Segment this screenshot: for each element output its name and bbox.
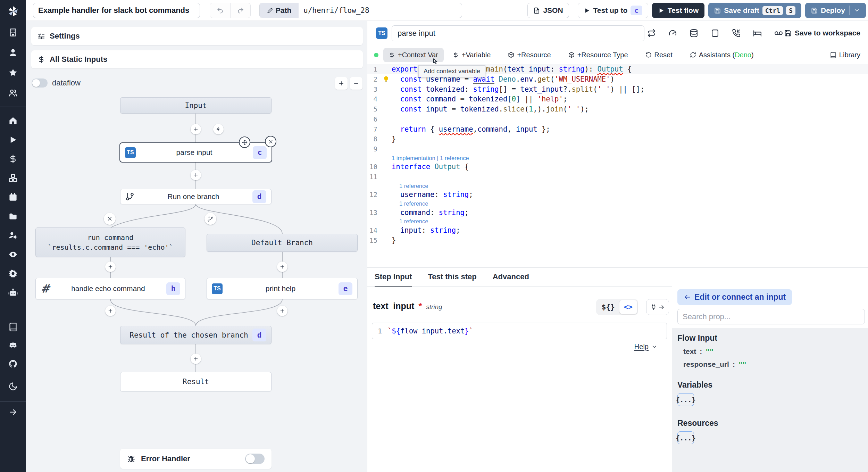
search-prop-input[interactable] — [677, 309, 865, 324]
remove-branch-button[interactable] — [104, 213, 116, 225]
add-resource-type-button[interactable]: +Resource Type — [564, 48, 632, 62]
save-to-workspace-button[interactable]: Save to workspace — [784, 29, 860, 37]
bed-icon[interactable] — [753, 29, 762, 38]
node-run-command-branch[interactable]: run command `results.c.command === 'echo… — [35, 227, 185, 257]
repeat-icon[interactable] — [647, 29, 656, 38]
play-icon[interactable] — [8, 135, 18, 144]
zoom-in-button[interactable] — [335, 77, 348, 90]
json-button[interactable]: JSON — [527, 3, 569, 18]
add-step-button[interactable] — [191, 354, 201, 364]
code-line-8[interactable]: 8} — [367, 134, 868, 144]
assistants-button[interactable]: Assistants (Deno) — [686, 48, 758, 62]
code-line-7[interactable]: 7 return { username,command, input }; — [367, 124, 868, 134]
flow-title-input[interactable] — [33, 3, 200, 18]
tab-test-this-step[interactable]: Test this step — [428, 268, 477, 287]
flow-settings-button[interactable]: Settings — [31, 27, 363, 45]
settings-icon[interactable] — [8, 269, 18, 278]
node-input[interactable]: Input — [120, 97, 272, 114]
add-step-button[interactable] — [277, 306, 287, 316]
book-icon[interactable] — [8, 322, 18, 332]
path-field[interactable]: Path u/henri/flow_28 — [259, 3, 462, 18]
phone-incoming-icon[interactable] — [732, 29, 741, 38]
delete-step-button[interactable] — [265, 136, 276, 147]
prop-text[interactable]: text : "" — [683, 347, 863, 356]
node-default-branch[interactable]: Default Branch — [207, 234, 358, 252]
code-line-10[interactable]: 10interface Output { — [367, 162, 868, 172]
save-draft-button[interactable]: Save draft Ctrl S — [708, 3, 801, 18]
expression-code[interactable]: `${flow_input.text}` — [387, 327, 473, 335]
windmill-logo-icon[interactable] — [7, 5, 19, 17]
expression-editor[interactable]: 1 `${flow_input.text}` — [372, 323, 667, 339]
reset-button[interactable]: Reset — [641, 48, 677, 62]
step-name-input[interactable] — [392, 25, 644, 41]
code-line-3[interactable]: 3 const tokenized: string[] = text_input… — [367, 84, 868, 94]
test-up-to-button[interactable]: Test up to c — [578, 3, 648, 18]
tab-step-input[interactable]: Step Input — [375, 268, 412, 287]
lightbulb-icon[interactable] — [383, 76, 390, 83]
add-step-button[interactable] — [277, 262, 287, 272]
connect-input-button[interactable] — [646, 299, 669, 315]
building-icon[interactable] — [8, 28, 18, 37]
redo-button[interactable] — [230, 3, 250, 18]
users-icon[interactable] — [8, 88, 18, 98]
node-run-one-branch[interactable]: Run one branch d — [120, 189, 272, 204]
template-mode-button[interactable]: ${} — [597, 300, 619, 314]
code-line-11[interactable]: 11 — [367, 172, 868, 182]
code-line-12[interactable]: 12 username: string; — [367, 190, 868, 200]
bot-icon[interactable] — [8, 288, 18, 297]
edit-or-connect-button[interactable]: Edit or connect an input — [677, 289, 792, 305]
error-handler-card[interactable]: Error Handler — [120, 449, 272, 469]
code-mode-button[interactable]: <> — [619, 300, 637, 314]
tab-advanced[interactable]: Advanced — [493, 268, 529, 287]
trigger-button[interactable] — [213, 124, 224, 134]
user-icon[interactable] — [8, 48, 18, 57]
square-icon[interactable] — [711, 29, 719, 38]
chevron-down-icon[interactable] — [854, 7, 860, 14]
dataflow-toggle[interactable] — [32, 78, 48, 88]
moon-icon[interactable] — [8, 382, 18, 391]
voicemail-icon[interactable] — [774, 29, 783, 38]
github-icon[interactable] — [8, 359, 18, 369]
code-line-4[interactable]: 4 const command = tokenized[0] || 'help'… — [367, 94, 868, 104]
resources-object-button[interactable]: {...} — [677, 431, 694, 444]
all-static-inputs-button[interactable]: All Static Inputs — [31, 50, 363, 68]
move-step-button[interactable] — [239, 136, 250, 148]
add-branch-button[interactable] — [205, 213, 216, 225]
code-line-6[interactable]: 6 — [367, 114, 868, 124]
undo-button[interactable] — [210, 3, 230, 18]
node-branch-result[interactable]: Result of the chosen branch d — [120, 326, 272, 344]
add-step-button[interactable] — [105, 306, 116, 316]
dollar-icon[interactable] — [8, 154, 18, 164]
code-line-14[interactable]: 14 input: string; — [367, 225, 868, 235]
arrow-right-icon[interactable] — [8, 407, 18, 417]
code-line-9[interactable]: 9 — [367, 144, 868, 154]
add-step-button[interactable] — [105, 262, 116, 272]
code-line-5[interactable]: 5 const input = tokenized.slice(1,).join… — [367, 104, 868, 114]
database-icon[interactable] — [690, 29, 698, 38]
add-step-button[interactable] — [191, 124, 201, 134]
code-line-13[interactable]: 13 command: string; — [367, 208, 868, 218]
codelens-reference[interactable]: 1 implementation | 1 reference — [392, 154, 469, 162]
eye-icon[interactable] — [8, 250, 18, 259]
node-print-help[interactable]: TS print help e — [207, 278, 358, 299]
calendar-icon[interactable] — [8, 192, 18, 202]
star-icon[interactable] — [8, 68, 18, 77]
path-value[interactable]: u/henri/flow_28 — [299, 3, 462, 18]
gauge-icon[interactable] — [668, 29, 677, 38]
test-flow-button[interactable]: Test flow — [652, 3, 704, 18]
error-handler-toggle[interactable] — [245, 454, 265, 464]
home-icon[interactable] — [8, 116, 18, 125]
node-result[interactable]: Result — [120, 372, 272, 391]
add-variable-button[interactable]: +Variable — [449, 48, 495, 62]
add-step-button[interactable] — [191, 170, 201, 180]
codelens-reference[interactable]: 1 reference — [399, 217, 428, 225]
users-cog-icon[interactable] — [8, 231, 18, 240]
add-resource-button[interactable]: +Resource — [504, 48, 555, 62]
help-link[interactable]: Help — [634, 343, 657, 351]
codelens-reference[interactable]: 1 reference — [399, 200, 428, 207]
library-button[interactable]: Library — [830, 51, 860, 59]
codelens-reference[interactable]: 1 reference — [399, 182, 428, 190]
discord-icon[interactable] — [8, 341, 18, 350]
zoom-out-button[interactable] — [350, 77, 362, 90]
code-line-15[interactable]: 15} — [367, 235, 868, 246]
